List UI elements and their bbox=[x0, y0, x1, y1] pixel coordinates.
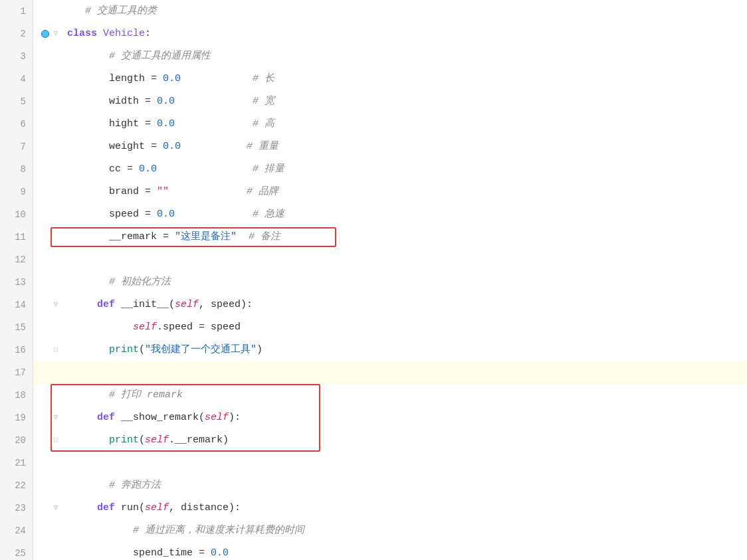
code-line-2: ▽ class Vehicle : bbox=[33, 23, 747, 45]
code-line-5: width = 0.0 # 宽 bbox=[33, 90, 747, 113]
code-editor: 1 2 3 4 5 6 7 8 9 10 11 12 13 14 15 16 1… bbox=[0, 0, 747, 560]
code-line-16: □ print ( "我创建了一个交通工具" ) bbox=[33, 339, 747, 361]
ln-19: 19 bbox=[0, 407, 26, 429]
ln-23: 23 bbox=[0, 497, 26, 519]
ln-20: 20 bbox=[0, 429, 26, 452]
ln-16: 16 bbox=[0, 339, 26, 361]
ln-17: 17 bbox=[0, 361, 26, 384]
ln-3: 3 bbox=[0, 45, 26, 68]
code-line-21 bbox=[33, 452, 747, 474]
code-line-23: ▽ def run ( self , distance): bbox=[33, 497, 747, 519]
ln-18: 18 bbox=[0, 384, 26, 407]
code-line-19: ▽ def __show_remark ( self ): bbox=[33, 407, 747, 429]
fold-icon-20[interactable]: □ bbox=[51, 435, 61, 446]
ln-12: 12 bbox=[0, 248, 26, 271]
code-line-20: □ print ( self .__remark) bbox=[33, 429, 747, 452]
code-line-10: speed = 0.0 # 急速 bbox=[33, 203, 747, 226]
ln-25: 25 bbox=[0, 542, 26, 560]
code-line-22: # 奔跑方法 bbox=[33, 474, 747, 497]
comment-22: # 奔跑方法 bbox=[61, 474, 161, 497]
ln-2: 2 bbox=[0, 23, 26, 45]
ln-1: 1 bbox=[0, 0, 26, 23]
ln-5: 5 bbox=[0, 90, 26, 113]
code-line-25: spend_time = 0.0 bbox=[33, 542, 747, 560]
ln-24: 24 bbox=[0, 519, 26, 542]
code-line-1: # 交通工具的类 bbox=[33, 0, 747, 23]
code-line-3: # 交通工具的通用属性 bbox=[33, 45, 747, 68]
keyword-class: class bbox=[67, 23, 97, 45]
ln-15: 15 bbox=[0, 316, 26, 339]
ln-21: 21 bbox=[0, 452, 26, 474]
ln-9: 9 bbox=[0, 181, 26, 203]
ln-11: 11 bbox=[0, 226, 26, 248]
code-line-8: cc = 0.0 # 排量 bbox=[33, 158, 747, 181]
code-line-12 bbox=[33, 248, 747, 271]
code-line-7: weight = 0.0 # 重量 bbox=[33, 136, 747, 158]
code-line-14: ▽ def __init__ ( self , speed): bbox=[33, 294, 747, 316]
ln-22: 22 bbox=[0, 474, 26, 497]
code-line-13: # 初始化方法 bbox=[33, 271, 747, 294]
fold-icon-16[interactable]: □ bbox=[51, 345, 61, 355]
ln-4: 4 bbox=[0, 68, 26, 90]
ln-10: 10 bbox=[0, 203, 26, 226]
fold-icon-19[interactable]: ▽ bbox=[51, 413, 61, 423]
comment-3: # 交通工具的通用属性 bbox=[61, 45, 211, 68]
code-line-6: hight = 0.0 # 高 bbox=[33, 113, 747, 136]
ln-8: 8 bbox=[0, 158, 26, 181]
comment-1: # 交通工具的类 bbox=[61, 0, 157, 23]
fold-icon-14[interactable]: ▽ bbox=[51, 300, 61, 310]
comment-18: # 打印 remark bbox=[61, 384, 183, 407]
breakpoint-2 bbox=[40, 29, 51, 39]
comment-24: # 通过距离，和速度来计算耗费的时间 bbox=[61, 519, 304, 542]
ln-6: 6 bbox=[0, 113, 26, 136]
comment-13: # 初始化方法 bbox=[61, 271, 171, 294]
code-line-17 bbox=[33, 361, 747, 384]
code-line-9: brand = "" # 品牌 bbox=[33, 181, 747, 203]
code-line-18: # 打印 remark bbox=[33, 384, 747, 407]
class-name: Vehicle bbox=[103, 23, 145, 45]
ln-7: 7 bbox=[0, 136, 26, 158]
code-line-24: # 通过距离，和速度来计算耗费的时间 bbox=[33, 519, 747, 542]
ln-13: 13 bbox=[0, 271, 26, 294]
code-area[interactable]: # 交通工具的类 ▽ class Vehicle : # 交通工具的通用属性 l… bbox=[33, 0, 747, 560]
code-line-4: length = 0.0 # 长 bbox=[33, 68, 747, 90]
fold-icon-2[interactable]: ▽ bbox=[51, 29, 61, 39]
fold-icon-23[interactable]: ▽ bbox=[51, 503, 61, 513]
code-line-11: __remark = "这里是备注" # 备注 bbox=[33, 226, 747, 248]
line-numbers: 1 2 3 4 5 6 7 8 9 10 11 12 13 14 15 16 1… bbox=[0, 0, 33, 560]
code-line-15: self .speed = speed bbox=[33, 316, 747, 339]
ln-14: 14 bbox=[0, 294, 26, 316]
